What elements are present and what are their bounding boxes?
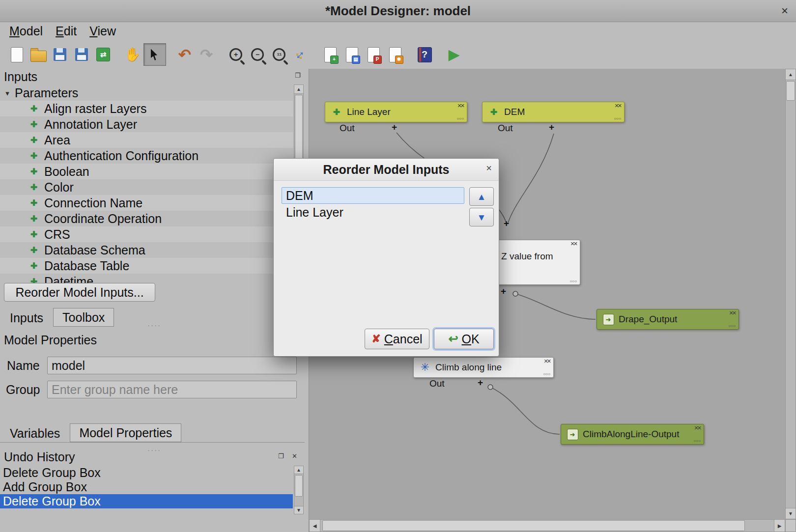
comment-dots-icon[interactable]: ○○○ <box>457 117 464 121</box>
model-node-climbalongline-output[interactable]: ➜ ClimbAlongLine-Output ✕✕ ○○○ <box>561 424 704 445</box>
tree-item-area[interactable]: ✚Area <box>0 132 293 148</box>
float-panel-icon[interactable]: ❐ <box>278 453 284 459</box>
open-model-button[interactable] <box>28 44 49 65</box>
save-model-in-project-button[interactable]: ⇄ <box>92 44 114 65</box>
collapse-icon[interactable]: ✕✕ <box>457 103 463 109</box>
port-expand-plus[interactable]: + <box>501 286 506 297</box>
port-expand-plus[interactable]: + <box>504 218 509 229</box>
tree-group-parameters[interactable]: ▾ Parameters <box>0 85 293 101</box>
collapse-icon[interactable]: ✕✕ <box>544 359 550 364</box>
tree-item-crs[interactable]: ✚CRS <box>0 226 293 242</box>
tree-item-boolean[interactable]: ✚Boolean <box>0 164 293 179</box>
port-expand-plus[interactable]: + <box>478 377 483 388</box>
tree-item-color[interactable]: ✚Color <box>0 179 293 195</box>
undo-item[interactable]: Add Group Box <box>0 480 293 494</box>
undo-item-selected[interactable]: Delete Group Box <box>0 494 293 508</box>
input-plus-icon: ✚ <box>330 107 343 117</box>
comment-dots-icon[interactable]: ○○○ <box>614 117 622 121</box>
export-dxf-button[interactable]: ▤ <box>341 44 363 65</box>
tree-item-connection-name[interactable]: ✚Connection Name <box>0 195 293 211</box>
move-down-button[interactable]: ▼ <box>469 208 494 226</box>
dialog-titlebar[interactable]: Reorder Model Inputs × <box>274 159 499 181</box>
tree-item-database-schema[interactable]: ✚Database Schema <box>0 242 293 258</box>
reorder-model-inputs-button[interactable]: Reorder Model Inputs... <box>4 283 155 302</box>
window-close-button[interactable]: × <box>781 4 788 18</box>
reorder-model-inputs-dialog[interactable]: Reorder Model Inputs × DEM Line Layer ▲ … <box>273 158 499 357</box>
tree-item-datetime[interactable]: ✚Datetime <box>0 274 293 284</box>
undo-vertical-scrollbar[interactable]: ▲ ▼ <box>294 466 304 514</box>
comment-dots-icon[interactable]: ○○○ <box>694 439 701 443</box>
zoom-out-button[interactable]: − <box>247 44 268 65</box>
scrollbar-thumb[interactable] <box>786 81 795 101</box>
splitter-handle[interactable]: ···· <box>147 321 161 329</box>
help-button[interactable]: ? <box>414 44 435 65</box>
model-node-climb-along-line[interactable]: ✳ Climb along line ✕✕ ○○○ <box>413 357 554 378</box>
expand-caret-icon[interactable]: ▾ <box>0 89 15 98</box>
menu-view[interactable]: View <box>83 23 122 39</box>
move-up-button[interactable]: ▲ <box>469 187 494 206</box>
run-model-button[interactable]: ▶ <box>443 44 465 65</box>
tab-toolbox[interactable]: Toolbox <box>53 308 114 327</box>
dialog-close-button[interactable]: × <box>486 163 492 174</box>
collapse-icon[interactable]: ✕✕ <box>694 425 700 431</box>
redo-button[interactable]: ↷ <box>196 44 217 65</box>
canvas-horizontal-scrollbar[interactable]: ◀ ▶ <box>309 519 785 532</box>
export-image-button[interactable]: + <box>319 44 341 65</box>
comment-dots-icon[interactable]: ○○○ <box>543 372 551 376</box>
window-titlebar[interactable]: *Model Designer: model × <box>0 0 796 22</box>
reorder-list-item-line-layer[interactable]: Line Layer <box>282 204 464 221</box>
zoom-actual-button[interactable]: 1:1 <box>268 44 290 65</box>
save-model-as-button[interactable]: ✎ <box>71 44 92 65</box>
collapse-icon[interactable]: ✕✕ <box>570 241 576 247</box>
select-tool-button[interactable] <box>143 43 166 66</box>
cancel-button[interactable]: ✘ Cancel <box>365 329 429 349</box>
undo-button[interactable]: ↶ <box>174 44 196 65</box>
tree-item-authentication-configuration[interactable]: ✚Authentication Configuration <box>0 148 293 164</box>
close-panel-icon[interactable]: ✕ <box>292 453 297 459</box>
menu-edit[interactable]: Edit <box>49 23 83 39</box>
scroll-left-arrow[interactable]: ◀ <box>310 520 320 532</box>
collapse-icon[interactable]: ✕✕ <box>615 103 621 109</box>
model-name-input[interactable] <box>47 357 297 374</box>
port-expand-plus[interactable]: + <box>549 122 554 133</box>
tab-model-properties[interactable]: Model Properties <box>70 423 181 442</box>
splitter-handle[interactable]: ···· <box>147 446 161 453</box>
tree-item-align-raster-layers[interactable]: ✚Align raster Layers <box>0 101 293 116</box>
model-node-drape-output[interactable]: ➜ Drape_Output ✕✕ ○○○ <box>597 309 739 330</box>
ok-arrow-icon: ↩ <box>448 333 458 345</box>
model-group-input[interactable] <box>47 381 297 398</box>
tab-variables[interactable]: Variables <box>1 424 69 442</box>
tree-item-database-table[interactable]: ✚Database Table <box>0 258 293 274</box>
undo-item[interactable]: Delete Group Box <box>0 466 293 480</box>
ok-button[interactable]: ↩ OK <box>434 329 494 349</box>
new-model-button[interactable] <box>6 44 28 65</box>
scroll-up-arrow[interactable]: ▲ <box>294 85 303 94</box>
save-model-button[interactable] <box>49 44 71 65</box>
scroll-right-arrow[interactable]: ▶ <box>774 520 785 532</box>
canvas-vertical-scrollbar[interactable]: ▲ ▼ <box>785 69 796 519</box>
export-pdf-button[interactable]: P <box>363 44 384 65</box>
export-svg-button[interactable]: ✱ <box>384 44 406 65</box>
port-expand-plus[interactable]: + <box>392 122 397 133</box>
model-node-dem[interactable]: ✚ DEM ✕✕ ○○○ <box>482 102 625 122</box>
comment-dots-icon[interactable]: ○○○ <box>729 324 736 328</box>
comment-dots-icon[interactable]: ○○○ <box>570 280 577 283</box>
tab-inputs[interactable]: Inputs <box>1 309 52 327</box>
tree-item-coordinate-operation[interactable]: ✚Coordinate Operation <box>0 211 293 226</box>
scrollbar-thumb[interactable] <box>322 520 745 531</box>
menu-model[interactable]: Model <box>3 23 49 39</box>
scroll-down-arrow[interactable]: ▼ <box>786 508 796 519</box>
scroll-down-arrow[interactable]: ▼ <box>294 506 303 514</box>
reorder-list-item-dem[interactable]: DEM <box>282 187 464 204</box>
model-node-line-layer[interactable]: ✚ Line Layer ✕✕ ○○○ <box>325 102 467 122</box>
pan-tool-button[interactable]: ✋ <box>122 44 143 65</box>
scroll-up-arrow[interactable]: ▲ <box>294 466 303 474</box>
collapse-icon[interactable]: ✕✕ <box>729 310 735 316</box>
zoom-full-button[interactable]: ↔↕ <box>290 44 312 65</box>
zoom-in-button[interactable]: + <box>225 44 247 65</box>
scroll-up-arrow[interactable]: ▲ <box>786 69 796 80</box>
scrollbar-thumb[interactable] <box>295 475 303 497</box>
tree-item-annotation-layer[interactable]: ✚Annotation Layer <box>0 116 293 132</box>
float-panel-icon[interactable]: ❐ <box>295 72 301 79</box>
pencil-icon: ✎ <box>82 54 87 60</box>
